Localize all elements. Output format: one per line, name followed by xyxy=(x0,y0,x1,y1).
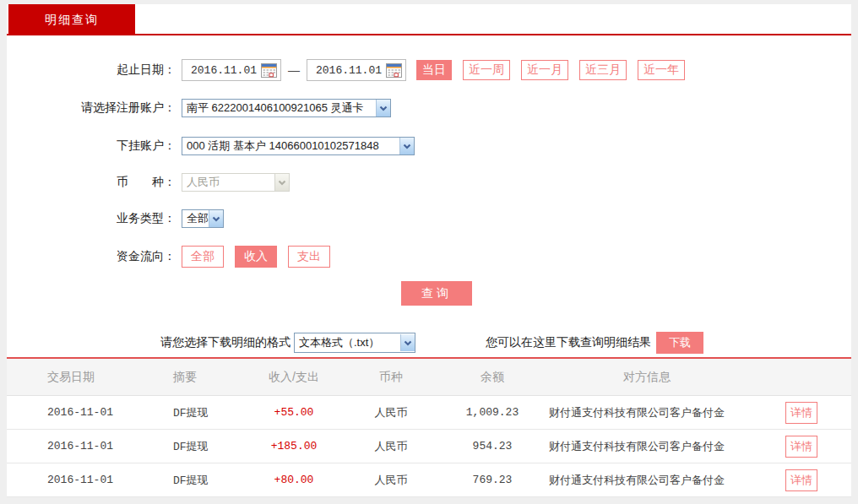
currency-select: 人民币 xyxy=(182,173,290,192)
cell-summary: DF提现 xyxy=(133,405,243,420)
col-header-currency: 币种 xyxy=(345,370,437,385)
detail-button[interactable]: 详情 xyxy=(785,402,817,424)
sub-account-label: 下挂账户： xyxy=(7,138,182,154)
detail-button[interactable]: 详情 xyxy=(785,469,817,491)
download-button[interactable]: 下载 xyxy=(656,332,703,354)
direction-income-button[interactable]: 收入 xyxy=(235,246,277,268)
business-type-label: 业务类型： xyxy=(7,211,182,226)
cell-date: 2016-11-01 xyxy=(7,474,133,486)
cell-date: 2016-11-01 xyxy=(7,406,133,419)
currency-label: 币 种： xyxy=(7,175,182,190)
query-form: 起止日期： 2016.11.01 xyxy=(7,35,851,357)
business-type-value: 全部 xyxy=(182,211,209,226)
registered-account-label: 请选择注册账户： xyxy=(7,100,182,116)
cell-actions: 详情 xyxy=(750,436,851,458)
cell-balance: 769.23 xyxy=(437,474,547,486)
quick-year-button[interactable]: 近一年 xyxy=(638,60,685,80)
end-date-input[interactable]: 2016.11.01 xyxy=(307,59,406,81)
cell-counterparty: 财付通支付科技有限公司客户备付金 xyxy=(547,405,750,420)
table-row: 2016-11-01 DF提现 +80.00 人民币 769.23 财付通支付科… xyxy=(7,463,851,497)
cell-balance: 954.23 xyxy=(437,440,547,453)
content-area: 明细查询 起止日期： 2016.11.01 xyxy=(7,4,851,497)
quick-month-button[interactable]: 近一月 xyxy=(521,60,568,80)
date-separator: — xyxy=(288,63,300,77)
chevron-down-icon xyxy=(274,174,289,191)
download-format-value: 文本格式（.txt） xyxy=(295,335,400,350)
date-range-label: 起止日期： xyxy=(7,62,182,78)
cell-currency: 人民币 xyxy=(345,405,437,420)
cell-amount: +55.00 xyxy=(243,406,345,419)
download-format-label: 请您选择下载明细的格式 xyxy=(160,335,291,350)
cell-amount: +80.00 xyxy=(243,474,345,486)
direction-all-button[interactable]: 全部 xyxy=(182,246,224,268)
cell-balance: 1,009.23 xyxy=(437,406,547,419)
chevron-down-icon xyxy=(376,100,390,117)
calendar-icon[interactable] xyxy=(261,63,277,78)
fund-direction-label: 资金流向： xyxy=(7,249,182,264)
download-format-select[interactable]: 文本格式（.txt） xyxy=(294,333,415,353)
query-button-row: 查询 xyxy=(7,281,851,306)
cell-counterparty: 财付通支付科技有限公司客户备付金 xyxy=(547,473,750,488)
cell-counterparty: 财付通支付科技有限公司客户备付金 xyxy=(547,439,750,454)
cell-actions: 详情 xyxy=(750,469,851,491)
detail-button[interactable]: 详情 xyxy=(785,436,817,458)
quick-date-buttons: 当日 近一周 近一月 近三月 近一年 xyxy=(416,60,696,80)
direction-expense-button[interactable]: 支出 xyxy=(288,246,330,268)
registered-account-value: 南平 6222001406100921065 灵通卡 xyxy=(182,100,376,116)
currency-value: 人民币 xyxy=(182,175,274,190)
business-type-select[interactable]: 全部 xyxy=(182,209,224,228)
table-row: 2016-11-01 DF提现 +185.00 人民币 954.23 财付通支付… xyxy=(7,430,851,463)
table-header: 交易日期 摘要 收入/支出 币种 余额 对方信息 xyxy=(7,359,851,396)
col-header-summary: 摘要 xyxy=(133,370,243,385)
date-range-row: 起止日期： 2016.11.01 xyxy=(7,59,851,81)
quick-today-button[interactable]: 当日 xyxy=(416,60,452,80)
start-date-input[interactable]: 2016.11.01 xyxy=(182,59,281,81)
tab-detail-query[interactable]: 明细查询 xyxy=(8,4,135,35)
cell-summary: DF提现 xyxy=(133,473,243,488)
chevron-down-icon xyxy=(400,334,415,351)
quick-quarter-button[interactable]: 近三月 xyxy=(579,60,627,80)
business-type-row: 业务类型： 全部 xyxy=(7,209,851,228)
results-table: 交易日期 摘要 收入/支出 币种 余额 对方信息 2016-11-01 DF提现… xyxy=(7,357,851,497)
chevron-down-icon xyxy=(399,138,414,154)
cell-summary: DF提现 xyxy=(133,439,243,454)
quick-week-button[interactable]: 近一周 xyxy=(463,60,510,80)
col-header-date: 交易日期 xyxy=(7,370,133,385)
download-hint: 您可以在这里下载查询明细结果 xyxy=(486,335,651,350)
chevron-down-icon xyxy=(209,210,223,227)
col-header-amount: 收入/支出 xyxy=(243,370,345,385)
cell-date: 2016-11-01 xyxy=(7,440,133,453)
cell-currency: 人民币 xyxy=(345,439,437,454)
registered-account-select[interactable]: 南平 6222001406100921065 灵通卡 xyxy=(182,99,391,117)
tab-bar: 明细查询 xyxy=(7,4,851,35)
end-date-value: 2016.11.01 xyxy=(316,64,386,77)
cell-currency: 人民币 xyxy=(345,473,437,488)
download-row: 请您选择下载明细的格式 文本格式（.txt） 您可以在这里下载查询明细结果 下载 xyxy=(7,332,851,354)
cell-actions: 详情 xyxy=(750,402,851,424)
currency-row: 币 种： 人民币 xyxy=(7,173,851,192)
fund-direction-row: 资金流向： 全部 收入 支出 xyxy=(7,245,851,268)
detail-query-page: 明细查询 起止日期： 2016.11.01 xyxy=(0,0,858,504)
calendar-icon[interactable] xyxy=(386,63,402,78)
col-header-balance: 余额 xyxy=(437,370,547,385)
sub-account-select[interactable]: 000 活期 基本户 140660010102571848 xyxy=(182,137,415,155)
start-date-value: 2016.11.01 xyxy=(191,64,261,77)
table-row: 2016-11-01 DF提现 +55.00 人民币 1,009.23 财付通支… xyxy=(7,396,851,430)
col-header-counterparty: 对方信息 xyxy=(547,370,750,385)
registered-account-row: 请选择注册账户： 南平 6222001406100921065 灵通卡 xyxy=(7,99,851,117)
query-button[interactable]: 查询 xyxy=(401,281,472,306)
cell-amount: +185.00 xyxy=(243,440,345,453)
sub-account-value: 000 活期 基本户 140660010102571848 xyxy=(182,138,399,154)
sub-account-row: 下挂账户： 000 活期 基本户 140660010102571848 xyxy=(7,137,851,155)
